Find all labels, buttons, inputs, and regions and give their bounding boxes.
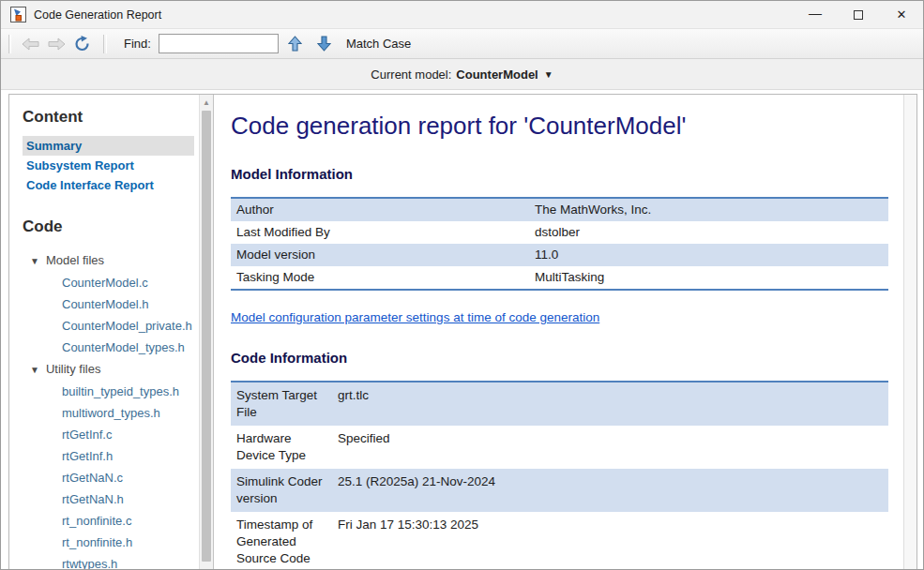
code-generation-report-window: Code Generation Report — ✕ Find:	[0, 0, 924, 570]
cell-value: dstolber	[529, 221, 888, 244]
content-link-summary[interactable]: Summary	[23, 136, 194, 156]
model-info-table: AuthorThe MathWorks, Inc.Last Modified B…	[231, 197, 888, 291]
find-input[interactable]	[159, 34, 279, 53]
find-label: Find:	[124, 37, 151, 51]
cell-value: 11.0	[529, 244, 888, 266]
minimize-button[interactable]: —	[794, 1, 837, 28]
tree-group-label: Model files	[46, 253, 104, 267]
code-information-heading: Code Information	[231, 350, 888, 366]
collapse-triangle-icon: ▼	[30, 365, 39, 375]
find-up-icon	[288, 36, 302, 52]
sidebar-scrollbar-thumb[interactable]	[202, 111, 211, 562]
report-main-panel: Code generation report for 'CounterModel…	[214, 95, 916, 569]
file-link[interactable]: multiword_types.h	[23, 402, 194, 424]
toolbar-separator	[103, 35, 107, 53]
window-title: Code Generation Report	[34, 8, 794, 22]
main-scrollbar[interactable]	[903, 95, 916, 569]
title-bar: Code Generation Report — ✕	[1, 1, 923, 29]
cell-value: The MathWorks, Inc.	[529, 198, 888, 221]
cell-label: Timestamp of Generated Source Code	[231, 512, 332, 569]
code-file-tree: ▼Model filesCounterModel.cCounterModel.h…	[23, 249, 194, 569]
file-link[interactable]: rtGetNaN.c	[23, 467, 194, 488]
file-link[interactable]: builtin_typeid_types.h	[23, 381, 194, 402]
tree-group-toggle[interactable]: ▼Model files	[23, 249, 194, 272]
cell-label: Model version	[231, 244, 529, 266]
table-row: Tasking ModeMultiTasking	[231, 266, 888, 290]
tree-group-label: Utility files	[46, 362, 101, 376]
toolbar-grip[interactable]	[8, 35, 11, 53]
page-title: Code generation report for 'CounterModel…	[231, 112, 888, 141]
file-link[interactable]: rt_nonfinite.h	[23, 532, 194, 553]
maximize-icon	[854, 10, 863, 20]
file-link[interactable]: CounterModel.h	[23, 293, 194, 315]
table-row: Hardware Device TypeSpecified	[231, 426, 888, 469]
cell-value: Fri Jan 17 15:30:13 2025	[332, 512, 888, 569]
refresh-button[interactable]	[69, 32, 96, 56]
tree-group-toggle[interactable]: ▼Utility files	[23, 358, 194, 381]
content-nav: SummarySubsystem ReportCode Interface Re…	[23, 136, 194, 195]
file-link[interactable]: CounterModel_private.h	[23, 315, 194, 337]
cell-label: Simulink Coder version	[231, 469, 332, 512]
current-model-label: Current model:	[371, 68, 451, 82]
cell-label: Hardware Device Type	[231, 426, 332, 469]
table-row: Model version11.0	[231, 244, 888, 266]
simulink-report-icon	[10, 7, 26, 22]
cell-label: Author	[231, 198, 529, 221]
collapse-triangle-icon: ▼	[30, 256, 39, 266]
cell-value: 25.1 (R2025a) 21-Nov-2024	[332, 469, 888, 512]
find-next-button[interactable]	[311, 32, 337, 56]
code-heading: Code	[23, 218, 194, 236]
model-information-heading: Model Information	[231, 166, 888, 182]
current-model-selector[interactable]: CounterModel	[456, 68, 538, 82]
cell-label: Tasking Mode	[231, 266, 529, 290]
maximize-button[interactable]	[837, 1, 880, 28]
table-row: System Target Filegrt.tlc	[231, 382, 888, 426]
find-previous-button[interactable]	[282, 32, 308, 56]
back-button[interactable]	[17, 32, 43, 56]
close-button[interactable]: ✕	[880, 1, 923, 28]
file-link[interactable]: CounterModel_types.h	[23, 337, 194, 358]
sidebar-scrollbar[interactable]: ▲	[199, 95, 213, 569]
cell-label: Last Modified By	[231, 221, 529, 244]
file-link[interactable]: rtwtypes.h	[23, 553, 194, 569]
cell-label: System Target File	[231, 382, 332, 426]
find-toolbar: Find: Match Case	[1, 29, 923, 59]
file-link[interactable]: rtGetNaN.h	[23, 488, 194, 510]
table-row: Timestamp of Generated Source CodeFri Ja…	[231, 512, 888, 569]
forward-button[interactable]	[43, 32, 69, 56]
cell-value: MultiTasking	[529, 266, 888, 290]
code-info-table: System Target Filegrt.tlcHardware Device…	[231, 381, 888, 569]
forward-arrow-icon	[48, 38, 66, 51]
current-model-bar: Current model: CounterModel ▼	[1, 59, 923, 90]
back-arrow-icon	[22, 38, 39, 51]
content-link-subsystem-report[interactable]: Subsystem Report	[23, 156, 194, 175]
model-dropdown-caret-icon[interactable]: ▼	[544, 69, 553, 80]
scroll-up-button[interactable]: ▲	[200, 95, 213, 110]
table-row: AuthorThe MathWorks, Inc.	[231, 198, 888, 221]
find-down-icon	[317, 36, 331, 52]
table-row: Last Modified Bydstolber	[231, 221, 888, 244]
file-link[interactable]: rtGetInf.c	[23, 424, 194, 445]
file-link[interactable]: rt_nonfinite.c	[23, 510, 194, 532]
file-link[interactable]: CounterModel.c	[23, 272, 194, 293]
model-configuration-link[interactable]: Model configuration parameter settings a…	[231, 310, 599, 324]
report-panel: Content SummarySubsystem ReportCode Inte…	[8, 94, 917, 569]
content-link-code-interface-report[interactable]: Code Interface Report	[23, 175, 194, 195]
file-link[interactable]: rtGetInf.h	[23, 445, 194, 467]
cell-value: grt.tlc	[332, 382, 888, 426]
cell-value: Specified	[332, 426, 888, 469]
content-heading: Content	[23, 108, 194, 127]
match-case-toggle[interactable]: Match Case	[346, 37, 411, 51]
table-row: Simulink Coder version25.1 (R2025a) 21-N…	[231, 469, 888, 512]
sidebar: Content SummarySubsystem ReportCode Inte…	[9, 95, 214, 569]
refresh-icon	[74, 36, 91, 52]
